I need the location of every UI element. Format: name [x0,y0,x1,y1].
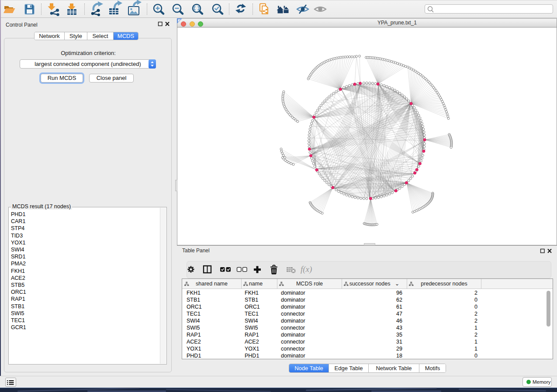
svg-text:f(x): f(x) [301,265,312,274]
